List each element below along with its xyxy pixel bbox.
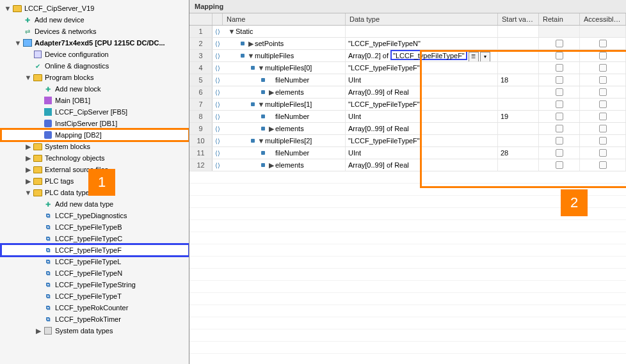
row-datatype[interactable] [346,26,498,37]
type-dropdown-icon[interactable]: ▾ [480,52,490,62]
table-row[interactable]: 9⟨⟩▶elementsArray[0..99] of Real [189,123,626,135]
tree-twist-icon[interactable]: ▼ [24,74,32,81]
accessible-checkbox[interactable] [599,40,607,47]
accessible-checkbox[interactable] [599,149,607,157]
accessible-checkbox[interactable] [599,100,607,108]
tree-item[interactable]: ⧉LCCF_typeFileTypeT [1,290,189,302]
tree-item[interactable]: ⧉LCCF_typeFileTypeString [1,279,189,290]
tree-item[interactable]: ⧉LCCF_typeFileTypeB [1,221,189,233]
accessible-checkbox[interactable] [599,137,607,145]
tree-item[interactable]: Add new data type [1,198,189,210]
tree-twist-icon[interactable]: ▶ [24,166,32,173]
row-datatype[interactable]: "LCCF_typeFileTypeF" [346,99,498,110]
row-datatype[interactable]: UInt [346,74,498,86]
tree-item[interactable]: ▶Technology objects [1,152,189,164]
row-startvalue[interactable]: 19 [498,111,539,122]
tree-item[interactable]: Device configuration [1,49,189,60]
table-row[interactable]: 7⟨⟩▼multipleFiles[1]"LCCF_typeFileTypeF" [189,99,626,111]
row-startvalue[interactable] [498,38,539,49]
tree-item[interactable]: InstCipServer [DB1] [1,118,189,129]
tree-item[interactable]: ▼Program blocks [1,72,189,83]
row-startvalue[interactable] [498,99,539,110]
tree-item[interactable]: Add new device [1,14,189,26]
retain-checkbox[interactable] [556,52,563,59]
tree-item[interactable]: ▼Adapter71x4exd5 [CPU 1215C DC/DC... [1,37,189,49]
accessible-checkbox[interactable] [599,161,607,169]
row-datatype[interactable]: "LCCF_typeFileTypeN" [346,38,498,49]
tree-item[interactable]: Mapping [DB2] [1,129,189,141]
row-datatype[interactable]: Array[0..99] of Real [346,159,498,171]
table-row[interactable]: 3⟨⟩▼multipleFilesArray[0..2] of "LCCF_ty… [189,50,626,62]
tree-item[interactable]: ⧉LCCF_typeRokTimer [1,313,189,325]
accessible-checkbox[interactable] [599,64,607,72]
row-caret-icon[interactable]: ▶ [268,159,275,171]
retain-checkbox[interactable] [556,40,563,47]
tree-twist-icon[interactable]: ▼ [24,189,32,196]
tree-item[interactable]: ⧉LCCF_typeFileTypeN [1,267,189,279]
row-startvalue[interactable]: 28 [498,147,539,159]
tree-item[interactable]: ⧉LCCF_typeFileTypeL [1,256,189,267]
tree-item[interactable]: ⧉LCCF_typeFileTypeC [1,233,189,244]
tree-twist-icon[interactable]: ▼ [4,4,12,12]
row-startvalue[interactable] [498,123,539,134]
table-row[interactable]: 4⟨⟩▼multipleFiles[0]"LCCF_typeFileTypeF" [189,62,626,74]
tree-item[interactable]: ▼LCCF_CipServer_V19 [1,3,189,14]
row-caret-icon[interactable]: ▼ [247,50,255,61]
row-caret-icon[interactable]: ▼ [228,26,236,37]
tree-item[interactable]: Main [OB1] [1,95,189,106]
col-accessible[interactable]: Accessible f... [580,13,626,25]
tree-item[interactable]: ▶System data types [1,325,189,336]
tree-twist-icon[interactable]: ▼ [14,39,22,47]
table-row[interactable]: 10⟨⟩▼multipleFiles[2]"LCCF_typeFileTypeF… [189,135,626,147]
tree-twist-icon[interactable]: ▶ [24,143,32,150]
tree-item[interactable]: ⇄Devices & networks [1,26,189,37]
retain-checkbox[interactable] [556,88,563,96]
col-name[interactable]: Name [223,13,346,25]
row-startvalue[interactable] [498,62,539,74]
retain-checkbox[interactable] [556,113,563,120]
tree-item[interactable]: ✔Online & diagnostics [1,60,189,72]
tree-twist-icon[interactable]: ▶ [24,154,32,162]
retain-checkbox[interactable] [556,125,563,132]
row-startvalue[interactable] [498,159,539,171]
accessible-checkbox[interactable] [599,76,607,84]
row-caret-icon[interactable]: ▶ [268,86,275,98]
row-startvalue[interactable] [498,135,539,146]
row-caret-icon[interactable]: ▶ [268,123,275,134]
col-retain[interactable]: Retain [539,13,580,25]
row-datatype[interactable]: Array[0..99] of Real [346,123,498,134]
row-startvalue[interactable] [498,86,539,98]
col-startvalue[interactable]: Start value [498,13,539,25]
retain-checkbox[interactable] [556,76,563,84]
row-caret-icon[interactable]: ▼ [257,99,265,110]
retain-checkbox[interactable] [556,149,563,157]
row-caret-icon[interactable]: ▼ [257,135,265,146]
tree-item[interactable]: ▶System blocks [1,141,189,152]
row-caret-icon[interactable]: ▶ [247,38,255,49]
row-datatype[interactable]: "LCCF_typeFileTypeF" [346,62,498,74]
table-row[interactable]: 5⟨⟩fileNumberUInt18 [189,74,626,86]
table-row[interactable]: 2⟨⟩▶setPoints"LCCF_typeFileTypeN" [189,38,626,50]
retain-checkbox[interactable] [556,100,563,108]
retain-checkbox[interactable] [556,64,563,72]
tree-item[interactable]: ⧉LCCF_typeDiagnostics [1,210,189,221]
accessible-checkbox[interactable] [599,52,607,59]
tree-twist-icon[interactable]: ▶ [24,177,32,185]
accessible-checkbox[interactable] [599,88,607,96]
retain-checkbox[interactable] [556,137,563,145]
row-startvalue[interactable]: 18 [498,74,539,86]
tree-item[interactable]: LCCF_CipServer [FB5] [1,106,189,118]
row-datatype[interactable]: "LCCF_typeFileTypeF" [346,135,498,146]
table-row[interactable]: 8⟨⟩fileNumberUInt19 [189,111,626,123]
row-datatype[interactable]: UInt [346,147,498,159]
tree-twist-icon[interactable]: ▶ [35,327,42,335]
row-datatype[interactable]: UInt [346,111,498,122]
tree-item[interactable]: Add new block [1,83,189,95]
retain-checkbox[interactable] [556,161,563,169]
col-type[interactable]: Data type [346,13,498,25]
row-startvalue[interactable] [498,50,539,61]
accessible-checkbox[interactable] [599,125,607,132]
row-datatype[interactable]: Array[0..2] of "LCCF_typeFileTypeF"☰▾ [346,50,498,61]
table-row[interactable]: 11⟨⟩fileNumberUInt28 [189,147,626,159]
row-caret-icon[interactable]: ▼ [257,62,265,74]
